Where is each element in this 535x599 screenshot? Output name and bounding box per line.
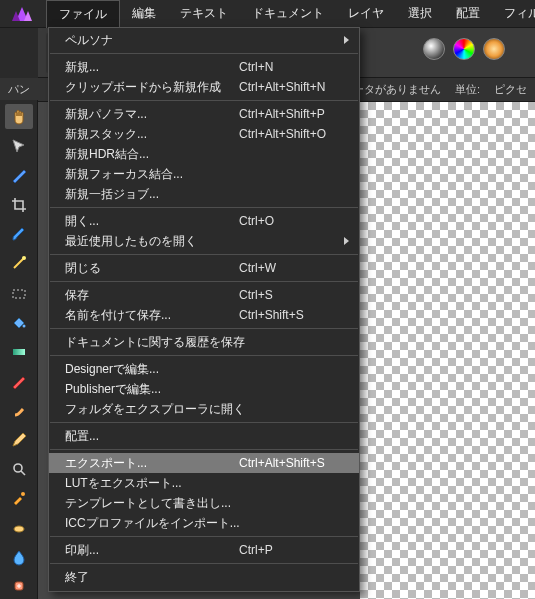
menu-item[interactable]: 開く...Ctrl+O [49,211,359,231]
menu-item[interactable]: 閉じるCtrl+W [49,258,359,278]
menu-item[interactable]: 新規HDR結合... [49,144,359,164]
sponge-icon[interactable] [5,515,33,540]
wand-icon[interactable] [5,251,33,276]
menu-item-label: テンプレートとして書き出し... [65,495,349,512]
menu-フィルタ[interactable]: フィルタ [492,0,535,28]
document-canvas[interactable] [360,102,535,599]
red-brush-icon[interactable] [5,368,33,393]
menu-item-label: 閉じる [65,260,239,277]
submenu-arrow-icon [344,36,349,44]
menu-label: ファイル [59,6,107,23]
menu-レイヤ[interactable]: レイヤ [336,0,396,28]
menu-item[interactable]: クリップボードから新規作成Ctrl+Alt+Shift+N [49,77,359,97]
menu-item[interactable]: フォルダをエクスプローラに開く [49,399,359,419]
menu-item[interactable]: ペルソナ [49,30,359,50]
menu-ファイル[interactable]: ファイル [46,0,120,28]
file-menu-dropdown: ペルソナ新規...Ctrl+Nクリップボードから新規作成Ctrl+Alt+Shi… [48,27,360,592]
menu-item[interactable]: 配置... [49,426,359,446]
menu-item[interactable]: エクスポート...Ctrl+Alt+Shift+S [49,453,359,473]
menu-item-shortcut: Ctrl+Shift+S [239,308,349,322]
marquee-icon[interactable] [5,280,33,305]
svg-point-11 [21,492,25,496]
menu-item-label: 開く... [65,213,239,230]
units-value[interactable]: ピクセ [490,82,531,97]
menu-item-label: 配置... [65,428,349,445]
menu-配置[interactable]: 配置 [444,0,492,28]
menu-separator [50,536,358,537]
menu-separator [50,563,358,564]
hand-icon[interactable] [5,104,33,129]
menu-ドキュメント[interactable]: ドキュメント [240,0,336,28]
menu-item-shortcut: Ctrl+S [239,288,349,302]
menubar: ファイル編集テキストドキュメントレイヤ選択配置フィルタ表示 [0,0,535,28]
menu-item-label: 終了 [65,569,349,586]
svg-rect-9 [13,349,25,355]
menu-item[interactable]: ドキュメントに関する履歴を保存 [49,332,359,352]
move-arrow-icon[interactable] [5,133,33,158]
svg-point-10 [14,464,22,472]
menu-テキスト[interactable]: テキスト [168,0,240,28]
menu-item[interactable]: 印刷...Ctrl+P [49,540,359,560]
paintbrush-icon[interactable] [5,221,33,246]
menu-item-label: 最近使用したものを開く [65,233,344,250]
svg-point-12 [14,526,24,532]
menu-item-label: LUTをエクスポート... [65,475,349,492]
menu-item-label: 新規スタック... [65,126,239,143]
menu-separator [50,53,358,54]
menu-item[interactable]: LUTをエクスポート... [49,473,359,493]
water-drop-icon[interactable] [5,544,33,569]
gradient-icon[interactable] [5,339,33,364]
flood-fill-icon[interactable] [5,310,33,335]
menu-item[interactable]: 新規一括ジョブ... [49,184,359,204]
blend-circle-2[interactable] [453,38,475,60]
zoom-icon[interactable] [5,456,33,481]
dropper-icon[interactable] [5,486,33,511]
svg-point-6 [22,256,26,260]
menu-item-shortcut: Ctrl+N [239,60,349,74]
menu-separator [50,100,358,101]
pencil-icon[interactable] [5,427,33,452]
menu-item[interactable]: Designerで編集... [49,359,359,379]
menu-item[interactable]: テンプレートとして書き出し... [49,493,359,513]
menu-item-label: エクスポート... [65,455,239,472]
menu-item-shortcut: Ctrl+W [239,261,349,275]
menu-item-label: Publisherで編集... [65,381,349,398]
menu-label: レイヤ [348,5,384,22]
menu-item[interactable]: 終了 [49,567,359,587]
menu-item[interactable]: 最近使用したものを開く [49,231,359,251]
menu-item[interactable]: 新規...Ctrl+N [49,57,359,77]
menu-選択[interactable]: 選択 [396,0,444,28]
menu-item[interactable]: 新規パノラマ...Ctrl+Alt+Shift+P [49,104,359,124]
menu-item-label: クリップボードから新規作成 [65,79,239,96]
crop-icon[interactable] [5,192,33,217]
svg-point-8 [22,325,25,328]
smudge-icon[interactable] [5,398,33,423]
menu-item-label: ICCプロファイルをインポート... [65,515,349,532]
menu-item-label: 新規一括ジョブ... [65,186,349,203]
menu-item-label: 保存 [65,287,239,304]
menu-separator [50,281,358,282]
menu-item-shortcut: Ctrl+Alt+Shift+N [239,80,349,94]
menu-label: フィルタ [504,5,535,22]
menu-item-label: 新規フォーカス結合... [65,166,349,183]
menu-label: ドキュメント [252,5,324,22]
menu-item-label: ペルソナ [65,32,344,49]
heal-icon[interactable] [5,574,33,599]
menu-item-shortcut: Ctrl+Alt+Shift+S [239,456,349,470]
menu-item[interactable]: 名前を付けて保存...Ctrl+Shift+S [49,305,359,325]
menu-separator [50,207,358,208]
svg-rect-7 [13,290,25,298]
blend-circle-1[interactable] [423,38,445,60]
menu-編集[interactable]: 編集 [120,0,168,28]
menu-separator [50,449,358,450]
brush-icon[interactable] [5,163,33,188]
menu-separator [50,355,358,356]
menu-item[interactable]: 新規スタック...Ctrl+Alt+Shift+O [49,124,359,144]
menu-item[interactable]: Publisherで編集... [49,379,359,399]
menu-item[interactable]: ICCプロファイルをインポート... [49,513,359,533]
menu-item-label: フォルダをエクスプローラに開く [65,401,349,418]
blend-circle-3[interactable] [483,38,505,60]
menu-item-shortcut: Ctrl+Alt+Shift+O [239,127,349,141]
menu-item[interactable]: 新規フォーカス結合... [49,164,359,184]
menu-item[interactable]: 保存Ctrl+S [49,285,359,305]
